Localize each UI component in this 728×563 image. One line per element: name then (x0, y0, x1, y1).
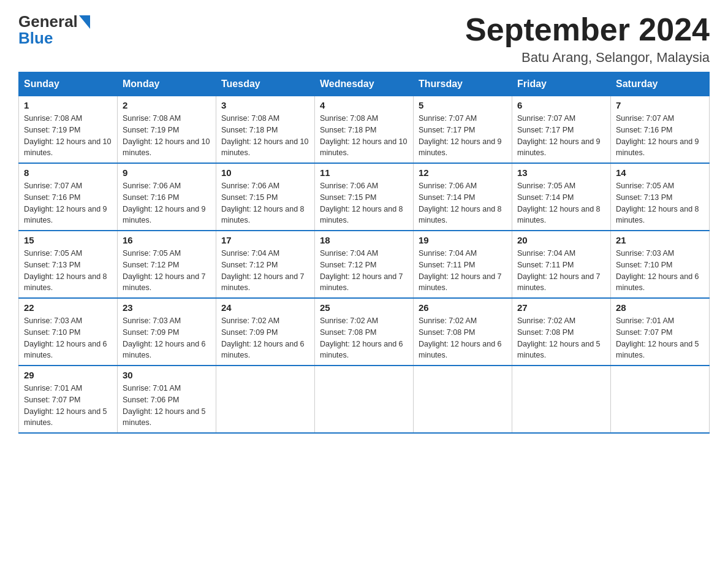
header-row: SundayMondayTuesdayWednesdayThursdayFrid… (19, 72, 710, 96)
logo-blue-text: Blue (18, 29, 53, 48)
calendar-cell: 17 Sunrise: 7:04 AM Sunset: 7:12 PM Dayl… (216, 231, 315, 298)
title-block: September 2024 Batu Arang, Selangor, Mal… (465, 12, 710, 66)
week-row-5: 29 Sunrise: 7:01 AM Sunset: 7:07 PM Dayl… (19, 366, 710, 433)
calendar-cell: 1 Sunrise: 7:08 AM Sunset: 7:19 PM Dayli… (19, 96, 118, 164)
day-number: 6 (517, 100, 605, 110)
calendar-cell: 23 Sunrise: 7:03 AM Sunset: 7:09 PM Dayl… (118, 298, 216, 366)
calendar-cell: 19 Sunrise: 7:04 AM Sunset: 7:11 PM Dayl… (414, 231, 512, 298)
calendar-table: SundayMondayTuesdayWednesdayThursdayFrid… (18, 72, 710, 434)
day-info: Sunrise: 7:06 AM Sunset: 7:15 PM Dayligh… (221, 180, 309, 226)
calendar-title: September 2024 (465, 12, 710, 47)
calendar-cell: 27 Sunrise: 7:02 AM Sunset: 7:08 PM Dayl… (512, 298, 611, 366)
day-number: 14 (616, 167, 704, 178)
week-row-2: 8 Sunrise: 7:07 AM Sunset: 7:16 PM Dayli… (19, 163, 710, 231)
calendar-cell: 18 Sunrise: 7:04 AM Sunset: 7:12 PM Dayl… (315, 231, 414, 298)
day-number: 17 (221, 235, 309, 245)
day-number: 16 (123, 235, 211, 245)
day-info: Sunrise: 7:02 AM Sunset: 7:08 PM Dayligh… (320, 315, 408, 361)
calendar-cell: 14 Sunrise: 7:05 AM Sunset: 7:13 PM Dayl… (611, 163, 710, 231)
calendar-cell (611, 366, 710, 433)
day-info: Sunrise: 7:04 AM Sunset: 7:11 PM Dayligh… (419, 248, 507, 294)
day-info: Sunrise: 7:03 AM Sunset: 7:10 PM Dayligh… (616, 248, 704, 294)
day-number: 13 (517, 167, 605, 178)
calendar-cell: 5 Sunrise: 7:07 AM Sunset: 7:17 PM Dayli… (414, 96, 512, 164)
calendar-cell: 3 Sunrise: 7:08 AM Sunset: 7:18 PM Dayli… (216, 96, 315, 164)
col-header-monday: Monday (118, 72, 216, 96)
calendar-cell (414, 366, 512, 433)
calendar-cell: 12 Sunrise: 7:06 AM Sunset: 7:14 PM Dayl… (414, 163, 512, 231)
week-row-4: 22 Sunrise: 7:03 AM Sunset: 7:10 PM Dayl… (19, 298, 710, 366)
calendar-cell: 13 Sunrise: 7:05 AM Sunset: 7:14 PM Dayl… (512, 163, 611, 231)
day-number: 10 (221, 167, 309, 178)
day-number: 18 (320, 235, 408, 245)
day-number: 20 (517, 235, 605, 245)
day-number: 5 (419, 100, 507, 110)
calendar-cell: 11 Sunrise: 7:06 AM Sunset: 7:15 PM Dayl… (315, 163, 414, 231)
day-number: 23 (123, 302, 211, 313)
day-number: 1 (24, 100, 112, 110)
week-row-1: 1 Sunrise: 7:08 AM Sunset: 7:19 PM Dayli… (19, 96, 710, 164)
day-number: 3 (221, 100, 309, 110)
col-header-tuesday: Tuesday (216, 72, 315, 96)
calendar-cell: 21 Sunrise: 7:03 AM Sunset: 7:10 PM Dayl… (611, 231, 710, 298)
calendar-cell: 22 Sunrise: 7:03 AM Sunset: 7:10 PM Dayl… (19, 298, 118, 366)
calendar-subtitle: Batu Arang, Selangor, Malaysia (465, 50, 710, 66)
day-info: Sunrise: 7:07 AM Sunset: 7:16 PM Dayligh… (616, 113, 704, 159)
day-number: 26 (419, 302, 507, 313)
calendar-cell: 15 Sunrise: 7:05 AM Sunset: 7:13 PM Dayl… (19, 231, 118, 298)
day-info: Sunrise: 7:07 AM Sunset: 7:16 PM Dayligh… (24, 180, 112, 226)
day-info: Sunrise: 7:05 AM Sunset: 7:14 PM Dayligh… (517, 180, 605, 226)
day-number: 4 (320, 100, 408, 110)
day-info: Sunrise: 7:05 AM Sunset: 7:13 PM Dayligh… (616, 180, 704, 226)
day-number: 25 (320, 302, 408, 313)
page-header: General Blue September 2024 Batu Arang, … (18, 12, 710, 66)
col-header-thursday: Thursday (414, 72, 512, 96)
day-info: Sunrise: 7:04 AM Sunset: 7:12 PM Dayligh… (320, 248, 408, 294)
day-info: Sunrise: 7:08 AM Sunset: 7:19 PM Dayligh… (123, 113, 211, 159)
day-number: 11 (320, 167, 408, 178)
day-info: Sunrise: 7:07 AM Sunset: 7:17 PM Dayligh… (517, 113, 605, 159)
calendar-cell (216, 366, 315, 433)
calendar-cell: 25 Sunrise: 7:02 AM Sunset: 7:08 PM Dayl… (315, 298, 414, 366)
calendar-cell: 16 Sunrise: 7:05 AM Sunset: 7:12 PM Dayl… (118, 231, 216, 298)
col-header-wednesday: Wednesday (315, 72, 414, 96)
calendar-cell (512, 366, 611, 433)
day-number: 29 (24, 370, 112, 380)
col-header-saturday: Saturday (611, 72, 710, 96)
day-number: 21 (616, 235, 704, 245)
calendar-cell: 10 Sunrise: 7:06 AM Sunset: 7:15 PM Dayl… (216, 163, 315, 231)
calendar-cell: 24 Sunrise: 7:02 AM Sunset: 7:09 PM Dayl… (216, 298, 315, 366)
day-info: Sunrise: 7:01 AM Sunset: 7:07 PM Dayligh… (616, 315, 704, 361)
day-info: Sunrise: 7:04 AM Sunset: 7:12 PM Dayligh… (221, 248, 309, 294)
calendar-cell: 9 Sunrise: 7:06 AM Sunset: 7:16 PM Dayli… (118, 163, 216, 231)
logo: General Blue (18, 12, 90, 48)
day-info: Sunrise: 7:05 AM Sunset: 7:13 PM Dayligh… (24, 248, 112, 294)
day-info: Sunrise: 7:08 AM Sunset: 7:18 PM Dayligh… (320, 113, 408, 159)
day-number: 27 (517, 302, 605, 313)
calendar-cell: 20 Sunrise: 7:04 AM Sunset: 7:11 PM Dayl… (512, 231, 611, 298)
day-info: Sunrise: 7:02 AM Sunset: 7:09 PM Dayligh… (221, 315, 309, 361)
day-number: 7 (616, 100, 704, 110)
day-number: 22 (24, 302, 112, 313)
day-number: 9 (123, 167, 211, 178)
col-header-sunday: Sunday (19, 72, 118, 96)
day-info: Sunrise: 7:06 AM Sunset: 7:15 PM Dayligh… (320, 180, 408, 226)
calendar-cell: 7 Sunrise: 7:07 AM Sunset: 7:16 PM Dayli… (611, 96, 710, 164)
day-info: Sunrise: 7:08 AM Sunset: 7:19 PM Dayligh… (24, 113, 112, 159)
week-row-3: 15 Sunrise: 7:05 AM Sunset: 7:13 PM Dayl… (19, 231, 710, 298)
day-info: Sunrise: 7:05 AM Sunset: 7:12 PM Dayligh… (123, 248, 211, 294)
calendar-cell: 2 Sunrise: 7:08 AM Sunset: 7:19 PM Dayli… (118, 96, 216, 164)
day-info: Sunrise: 7:07 AM Sunset: 7:17 PM Dayligh… (419, 113, 507, 159)
day-info: Sunrise: 7:03 AM Sunset: 7:10 PM Dayligh… (24, 315, 112, 361)
day-number: 28 (616, 302, 704, 313)
calendar-cell: 8 Sunrise: 7:07 AM Sunset: 7:16 PM Dayli… (19, 163, 118, 231)
day-info: Sunrise: 7:06 AM Sunset: 7:16 PM Dayligh… (123, 180, 211, 226)
calendar-cell: 28 Sunrise: 7:01 AM Sunset: 7:07 PM Dayl… (611, 298, 710, 366)
day-info: Sunrise: 7:08 AM Sunset: 7:18 PM Dayligh… (221, 113, 309, 159)
day-info: Sunrise: 7:02 AM Sunset: 7:08 PM Dayligh… (419, 315, 507, 361)
col-header-friday: Friday (512, 72, 611, 96)
calendar-cell: 29 Sunrise: 7:01 AM Sunset: 7:07 PM Dayl… (19, 366, 118, 433)
day-number: 24 (221, 302, 309, 313)
calendar-cell (315, 366, 414, 433)
calendar-cell: 26 Sunrise: 7:02 AM Sunset: 7:08 PM Dayl… (414, 298, 512, 366)
